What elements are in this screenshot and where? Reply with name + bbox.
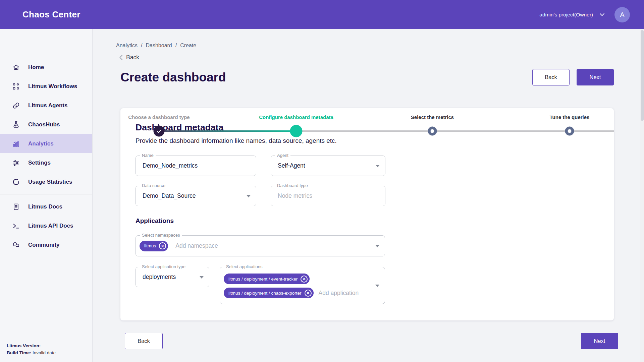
build-time-label: Build Time: <box>7 350 31 355</box>
dropdown-caret-icon <box>375 285 379 287</box>
sidebar: Home Litmus Workflows Litmus Agents Chao… <box>0 29 93 362</box>
dashboard-type-placeholder: Node metrics <box>278 192 312 199</box>
application-type-label: Select application type <box>140 264 187 269</box>
dashboard-type-field[interactable]: Dashboard type Node metrics <box>271 186 385 206</box>
card-subtitle: Provide the dashboard information like n… <box>136 137 599 144</box>
dashboard-type-field-label: Dashboard type <box>275 183 310 188</box>
sidebar-item-analytics[interactable]: Analytics <box>0 134 92 153</box>
sidebar-item-label: Litmus Workflows <box>28 83 77 90</box>
app-title: Chaos Center <box>22 9 80 20</box>
back-button-bottom[interactable]: Back <box>125 333 163 349</box>
application-type-value: deployments <box>143 274 176 281</box>
flask-icon <box>12 121 20 129</box>
name-field-label: Name <box>140 153 156 158</box>
version-info: Litmus Version: Build Time: Invalid date <box>7 342 56 357</box>
main-content: Analytics / Dashboard / Create Back Crea… <box>93 29 644 362</box>
community-chat-icon <box>12 241 20 249</box>
agent-select[interactable]: Agent Self-Agent <box>271 156 385 176</box>
sidebar-item-label: Usage Statistics <box>28 179 72 185</box>
metadata-form: Name Demo_Node_metrics Agent Self-Agent … <box>136 156 599 206</box>
sidebar-item-settings[interactable]: Settings <box>0 153 92 172</box>
workflows-icon <box>12 82 20 90</box>
application-placeholder: Add application <box>319 290 359 297</box>
title-row: Create dashboard Back Next <box>120 69 614 85</box>
sidebar-nav: Home Litmus Workflows Litmus Agents Chao… <box>0 58 92 254</box>
avatar[interactable]: A <box>614 7 630 22</box>
sidebar-item-litmus-docs[interactable]: Litmus Docs <box>0 197 92 216</box>
namespace-placeholder: Add namespace <box>175 242 218 249</box>
application-chip-event-tracker: litmus / deployment / event-tracker ✕ <box>224 274 310 284</box>
stepper-connector-active <box>159 130 296 132</box>
sidebar-divider <box>0 194 92 194</box>
sidebar-item-litmus-agents[interactable]: Litmus Agents <box>0 96 92 115</box>
next-button-bottom[interactable]: Next <box>581 333 618 349</box>
sidebar-item-chaoshubs[interactable]: ChaosHubs <box>0 115 92 134</box>
sidebar-item-label: Litmus Docs <box>28 203 62 210</box>
scrollbar-thumb[interactable] <box>641 30 644 121</box>
step-label-choose-type: Choose a dashboard type <box>128 114 190 120</box>
sidebar-item-home[interactable]: Home <box>0 58 92 77</box>
project-name: admin's project(Owner) <box>539 12 593 18</box>
chevron-left-icon <box>119 55 122 60</box>
home-icon <box>12 63 20 71</box>
namespace-chip-label: litmus <box>144 243 156 248</box>
chip-remove-icon[interactable]: ✕ <box>305 290 312 297</box>
applications-section-title: Applications <box>136 217 599 225</box>
dropdown-caret-icon <box>200 276 204 279</box>
chevron-down-icon <box>600 13 604 16</box>
sidebar-item-usage-statistics[interactable]: Usage Statistics <box>0 172 92 191</box>
scrollbar-track <box>640 29 644 362</box>
sidebar-item-label: ChaosHubs <box>28 121 60 128</box>
usage-statistics-icon <box>12 178 20 186</box>
build-time-value: Invalid date <box>33 350 56 355</box>
data-source-select[interactable]: Data source Demo_Data_Source <box>136 186 256 206</box>
data-source-field-label: Data source <box>140 183 167 188</box>
page-title: Create dashboard <box>120 70 226 84</box>
breadcrumb: Analytics / Dashboard / Create <box>116 43 614 49</box>
terminal-icon <box>12 222 20 230</box>
applications-field-label: Select applications <box>224 264 264 269</box>
breadcrumb-separator: / <box>141 43 142 49</box>
breadcrumb-analytics[interactable]: Analytics <box>116 43 138 49</box>
step-label-tune-queries: Tune the queries <box>550 114 590 120</box>
step-label-configure-metadata: Configure dashboard metadata <box>259 114 333 120</box>
sidebar-item-label: Litmus API Docs <box>28 223 73 229</box>
name-field[interactable]: Name Demo_Node_metrics <box>136 156 256 176</box>
application-chip-chaos-exporter: litmus / deployment / chaos-exporter ✕ <box>224 288 314 298</box>
next-button-top[interactable]: Next <box>577 69 614 85</box>
sidebar-item-litmus-workflows[interactable]: Litmus Workflows <box>0 77 92 96</box>
step-label-select-metrics: Select the metrics <box>411 114 454 120</box>
analytics-icon <box>12 140 20 148</box>
application-chip-row: litmus / deployment / chaos-exporter ✕ A… <box>224 288 371 298</box>
select-namespaces-field[interactable]: Select namespaces litmus ✕ Add namespace <box>136 235 385 256</box>
top-header: Chaos Center admin's project(Owner) A <box>0 0 644 29</box>
chip-remove-icon[interactable]: ✕ <box>159 242 166 249</box>
header-right: admin's project(Owner) A <box>539 7 630 22</box>
breadcrumb-dashboard[interactable]: Dashboard <box>146 43 172 49</box>
breadcrumb-create[interactable]: Create <box>180 43 196 49</box>
top-actions: Back Next <box>532 69 614 85</box>
metadata-card: Dashboard metadata Provide the dashboard… <box>120 108 614 320</box>
sidebar-item-label: Analytics <box>28 140 54 147</box>
litmus-version-label: Litmus Version: <box>7 343 41 348</box>
back-button-top[interactable]: Back <box>532 69 570 85</box>
bottom-actions: Back Next <box>125 333 618 349</box>
check-icon <box>157 129 162 133</box>
chip-remove-icon[interactable]: ✕ <box>301 276 308 283</box>
step-dot-tune-queries <box>565 127 574 136</box>
application-type-select[interactable]: Select application type deployments <box>136 267 209 287</box>
data-source-field-value: Demo_Data_Source <box>143 192 196 199</box>
document-icon <box>12 203 20 211</box>
sidebar-item-litmus-api-docs[interactable]: Litmus API Docs <box>0 216 92 235</box>
back-link[interactable]: Back <box>119 54 614 61</box>
project-selector[interactable]: admin's project(Owner) <box>539 12 604 18</box>
sidebar-item-community[interactable]: Community <box>0 235 92 254</box>
sidebar-item-label: Community <box>28 242 60 248</box>
applications-row: Select application type deployments Sele… <box>136 267 599 304</box>
agent-field-label: Agent <box>275 153 290 158</box>
breadcrumb-separator: / <box>175 43 177 49</box>
select-applications-field[interactable]: Select applications litmus / deployment … <box>220 267 385 304</box>
application-chip-label: litmus / deployment / event-tracker <box>228 277 298 282</box>
dropdown-caret-icon <box>375 245 379 247</box>
sidebar-item-label: Settings <box>28 160 51 166</box>
